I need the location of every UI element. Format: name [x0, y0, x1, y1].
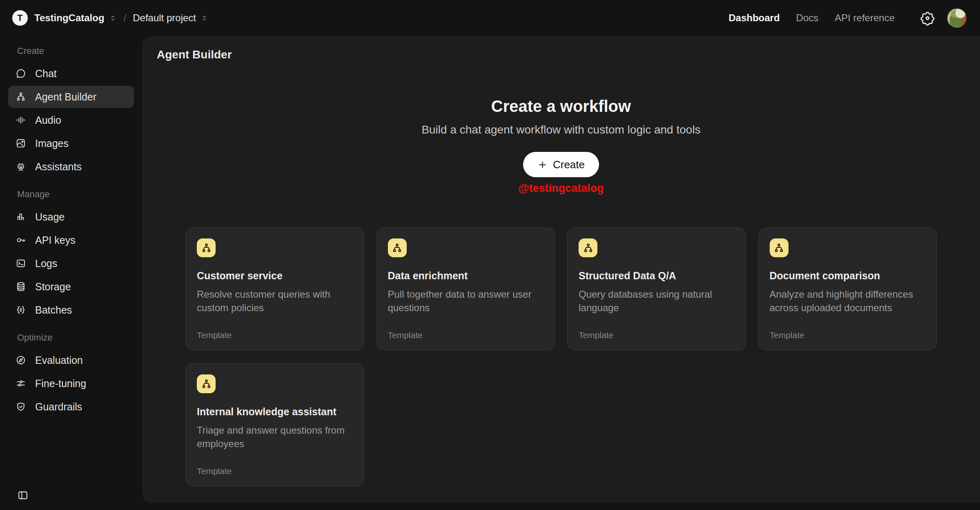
hero-title: Create a workflow [491, 96, 631, 116]
sidebar-item-label: Fine-tuning [35, 378, 86, 390]
template-card-structured-data-qa[interactable]: Structured Data Q/A Query databases usin… [567, 227, 746, 350]
nav-api-reference[interactable]: API reference [835, 12, 895, 24]
section-label-optimize: Optimize [17, 332, 134, 343]
sidebar-item-guardrails[interactable]: Guardrails [8, 396, 134, 418]
workflow-icon [16, 91, 26, 102]
template-card-data-enrichment[interactable]: Data enrichment Pull together data to an… [376, 227, 555, 350]
org-switcher[interactable]: TestingCatalog [34, 12, 117, 24]
sidebar-item-fine-tuning[interactable]: Fine-tuning [8, 372, 134, 394]
sidebar-item-label: Evaluation [35, 354, 83, 366]
card-badge: Template [197, 466, 353, 476]
org-name: TestingCatalog [34, 12, 105, 24]
sidebar-item-audio[interactable]: Audio [8, 109, 134, 131]
workflow-icon [583, 243, 594, 254]
topbar-right: Dashboard Docs API reference [728, 9, 967, 28]
template-grid: Customer service Resolve customer querie… [185, 227, 937, 486]
org-logo[interactable]: T [12, 10, 28, 26]
main-panel: Agent Builder Create a workflow Build a … [142, 36, 980, 503]
robot-icon [16, 161, 26, 172]
panel-left-icon [17, 490, 29, 501]
key-icon [16, 235, 26, 245]
card-title: Data enrichment [388, 270, 544, 282]
nav-dashboard[interactable]: Dashboard [728, 12, 780, 24]
sidebar-item-label: Assistants [35, 161, 82, 173]
card-icon-tile [770, 238, 788, 257]
card-title: Structured Data Q/A [579, 270, 735, 282]
sidebar-item-api-keys[interactable]: API keys [8, 229, 134, 251]
workflow-icon [201, 379, 212, 390]
app-root: T TestingCatalog / Default project Dashb… [0, 0, 980, 510]
card-badge: Template [770, 330, 926, 340]
card-icon-tile [197, 238, 216, 257]
sidebar-item-label: API keys [35, 234, 76, 246]
card-title: Customer service [197, 270, 353, 282]
sidebar-item-label: Batches [35, 304, 72, 316]
sidebar-item-label: Usage [35, 211, 65, 223]
top-nav: Dashboard Docs API reference [728, 12, 895, 24]
workflow-icon [392, 243, 403, 254]
card-icon-tile [197, 374, 216, 393]
sidebar-item-label: Chat [35, 68, 57, 80]
sidebar-item-chat[interactable]: Chat [8, 62, 134, 85]
chat-icon [16, 68, 26, 79]
sidebar-item-label: Images [35, 138, 69, 149]
topbar: T TestingCatalog / Default project Dashb… [0, 0, 980, 36]
avatar[interactable] [947, 9, 967, 28]
card-title: Internal knowledge assistant [197, 406, 353, 418]
braces-icon [16, 305, 26, 315]
workflow-icon [773, 243, 784, 254]
sidebar-item-label: Logs [35, 258, 57, 269]
template-card-document-comparison[interactable]: Document comparison Analyze and highligh… [758, 227, 937, 350]
card-badge: Template [579, 330, 735, 340]
sidebar-item-usage[interactable]: Usage [8, 206, 134, 228]
card-title: Document comparison [770, 270, 926, 282]
page-title: Agent Builder [157, 48, 980, 61]
project-switcher[interactable]: Default project [133, 12, 209, 24]
sliders-icon [16, 378, 26, 389]
workflow-icon [201, 243, 212, 254]
settings-button[interactable] [920, 11, 935, 26]
bar-chart-icon [16, 212, 26, 222]
sidebar-item-assistants[interactable]: Assistants [8, 156, 134, 178]
audio-waveform-icon [16, 115, 26, 125]
card-badge: Template [197, 330, 353, 340]
card-badge: Template [388, 330, 544, 340]
create-button-label: Create [553, 158, 585, 171]
watermark-text: @testingcatalog [518, 182, 604, 195]
nav-docs[interactable]: Docs [796, 12, 819, 24]
terminal-icon [16, 258, 26, 269]
section-label-manage: Manage [17, 189, 134, 200]
sidebar-item-evaluation[interactable]: Evaluation [8, 349, 134, 371]
sidebar-item-images[interactable]: Images [8, 132, 134, 154]
sidebar-collapse-button[interactable] [17, 490, 29, 501]
project-name: Default project [133, 12, 196, 24]
sidebar-item-agent-builder[interactable]: Agent Builder [8, 86, 134, 108]
sidebar-item-label: Audio [35, 114, 61, 126]
hero-subtitle: Build a chat agent workflow with custom … [421, 123, 700, 136]
breadcrumb-separator: / [124, 12, 127, 24]
sidebar: Create Chat Agent Builder Audio Images A… [0, 36, 142, 510]
image-icon [16, 138, 26, 149]
card-description: Pull together data to answer user questi… [388, 287, 544, 314]
template-card-customer-service[interactable]: Customer service Resolve customer querie… [185, 227, 364, 350]
database-icon [16, 281, 26, 292]
card-icon-tile [388, 238, 407, 257]
section-label-create: Create [17, 46, 134, 56]
template-card-internal-knowledge-assistant[interactable]: Internal knowledge assistant Triage and … [185, 363, 364, 486]
chevron-updown-icon [200, 14, 209, 22]
sidebar-item-storage[interactable]: Storage [8, 276, 134, 298]
create-workflow-button[interactable]: Create [523, 152, 599, 177]
sidebar-item-batches[interactable]: Batches [8, 299, 134, 321]
hero: Create a workflow Build a chat agent wor… [142, 96, 980, 195]
org-initial: T [17, 13, 22, 23]
shield-check-icon [16, 401, 26, 412]
card-icon-tile [579, 238, 597, 257]
sidebar-item-label: Storage [35, 281, 71, 293]
sidebar-item-label: Guardrails [35, 401, 82, 413]
compass-icon [16, 355, 26, 365]
chevron-updown-icon [109, 14, 117, 22]
sidebar-item-label: Agent Builder [35, 91, 96, 103]
sidebar-item-logs[interactable]: Logs [8, 252, 134, 274]
card-description: Triage and answer questions from employe… [197, 423, 353, 450]
gear-icon [920, 11, 935, 26]
